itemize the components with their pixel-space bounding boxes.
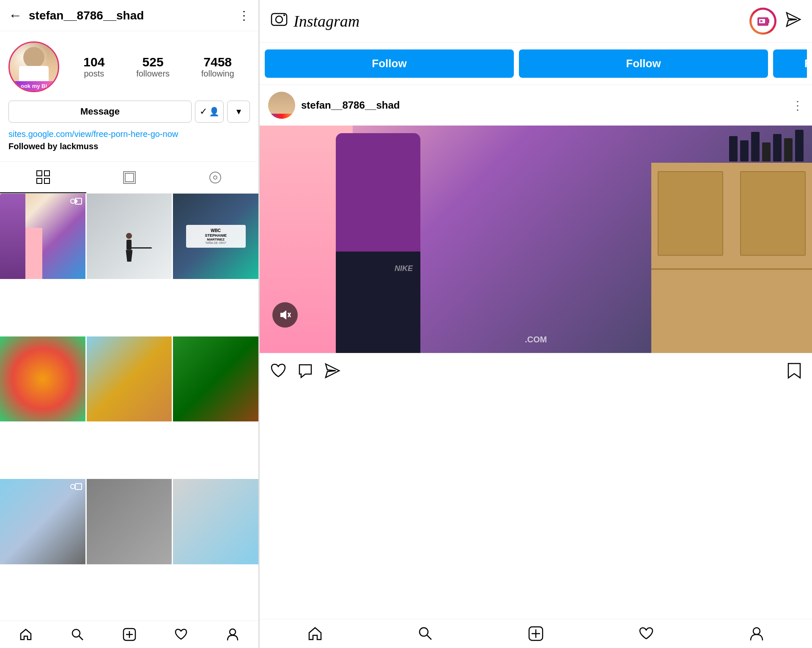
svg-line-13 bbox=[79, 636, 83, 640]
spacer bbox=[260, 392, 812, 619]
svg-point-17 bbox=[230, 629, 236, 635]
grid-cell-9[interactable] bbox=[173, 479, 258, 564]
posts-label: posts bbox=[84, 69, 104, 79]
tab-tagged[interactable] bbox=[172, 162, 258, 193]
right-person-icon bbox=[749, 626, 764, 641]
grid-cell-2[interactable] bbox=[87, 194, 172, 279]
svg-point-12 bbox=[72, 629, 80, 637]
svg-point-8 bbox=[71, 199, 75, 203]
nav-activity[interactable] bbox=[155, 628, 207, 641]
post-actions bbox=[260, 353, 812, 392]
follow-button-2[interactable]: Follow bbox=[519, 49, 768, 78]
mute-icon bbox=[279, 309, 291, 321]
post-username[interactable]: stefan__8786__shad bbox=[301, 99, 792, 111]
posts-grid: WBC STEPHANIE MARTINEZ "NIÑA DE ORO" bbox=[0, 194, 258, 621]
tab-reels[interactable] bbox=[86, 162, 173, 193]
nav-add[interactable] bbox=[103, 628, 155, 641]
right-nav-profile[interactable] bbox=[702, 626, 812, 641]
action-buttons: Message ✓ 👤 ▾ bbox=[8, 101, 250, 123]
dropdown-button[interactable]: ▾ bbox=[227, 101, 250, 123]
follow-button-3[interactable]: Fo bbox=[773, 49, 807, 78]
grid-cell-3[interactable]: WBC STEPHANIE MARTINEZ "NIÑA DE ORO" bbox=[173, 194, 258, 279]
nav-search[interactable] bbox=[52, 628, 103, 641]
save-button[interactable] bbox=[787, 362, 802, 383]
svg-rect-3 bbox=[44, 178, 49, 183]
right-nav-activity[interactable] bbox=[591, 626, 702, 641]
right-nav-add[interactable] bbox=[480, 626, 591, 641]
more-options-button[interactable]: ⋮ bbox=[238, 8, 250, 22]
comment-icon bbox=[297, 362, 314, 379]
right-nav-search[interactable] bbox=[370, 626, 480, 641]
instagram-logo-text: Instagram bbox=[294, 12, 749, 30]
svg-line-29 bbox=[427, 635, 431, 640]
follow-buttons-row: Follow Follow Fo bbox=[260, 43, 812, 85]
heart-outline-icon bbox=[270, 362, 287, 379]
right-panel: Instagram Follow Follow Fo bbox=[260, 0, 812, 648]
left-panel: ← stefan__8786__shad ⋮ ook my Bl 1 bbox=[0, 0, 259, 648]
mute-button[interactable] bbox=[272, 302, 298, 328]
svg-point-19 bbox=[276, 16, 283, 23]
grid-cell-4[interactable] bbox=[0, 336, 85, 422]
nav-home[interactable] bbox=[0, 628, 52, 641]
post-image[interactable]: NIKE .COM bbox=[260, 126, 812, 353]
bio-link[interactable]: sites.google.com/view/free-porn-here-go-… bbox=[8, 129, 250, 139]
chevron-down-icon: ▾ bbox=[236, 106, 241, 117]
grid-cell-8[interactable] bbox=[87, 479, 172, 564]
stats-row: 104 posts 525 followers 7458 following bbox=[68, 55, 250, 79]
message-button[interactable]: Message bbox=[8, 101, 192, 123]
svg-rect-0 bbox=[37, 171, 42, 176]
right-nav-home[interactable] bbox=[260, 626, 370, 641]
tagged-icon bbox=[208, 171, 222, 184]
search-icon bbox=[71, 628, 84, 641]
following-label: following bbox=[201, 69, 234, 79]
tab-grid[interactable] bbox=[0, 162, 86, 193]
right-bottom-nav bbox=[260, 619, 812, 648]
left-header: ← stefan__8786__shad ⋮ bbox=[0, 0, 258, 31]
posts-count: 104 bbox=[83, 55, 104, 69]
like-button[interactable] bbox=[270, 362, 287, 383]
video-indicator bbox=[70, 197, 82, 208]
svg-point-20 bbox=[283, 14, 285, 16]
follow-button-1[interactable]: Follow bbox=[265, 49, 514, 78]
right-header: Instagram bbox=[260, 0, 812, 43]
posts-stat[interactable]: 104 posts bbox=[83, 55, 104, 79]
avatar[interactable]: ook my Bl bbox=[8, 41, 59, 92]
send-message-icon[interactable] bbox=[785, 11, 802, 32]
followers-stat[interactable]: 525 followers bbox=[136, 55, 170, 79]
nav-profile[interactable] bbox=[207, 628, 258, 641]
right-heart-icon bbox=[639, 626, 654, 641]
following-stat[interactable]: 7458 following bbox=[201, 55, 234, 79]
grid-cell-5[interactable] bbox=[87, 336, 172, 422]
share-button[interactable] bbox=[324, 362, 341, 383]
svg-rect-5 bbox=[125, 173, 134, 182]
following-check-button[interactable]: ✓ 👤 bbox=[195, 101, 224, 123]
svg-point-6 bbox=[210, 172, 221, 183]
watermark-text: .COM bbox=[525, 335, 547, 345]
video-indicator-2 bbox=[70, 482, 82, 493]
profile-top: ook my Bl 104 posts 525 followers 7458 f… bbox=[8, 41, 250, 92]
avatar-label: ook my Bl bbox=[10, 81, 58, 91]
bookmark-icon bbox=[787, 362, 802, 380]
followers-count: 525 bbox=[143, 55, 164, 69]
camera-icon bbox=[270, 10, 288, 33]
back-button[interactable]: ← bbox=[8, 8, 22, 23]
post-more-options[interactable]: ⋮ bbox=[792, 98, 804, 112]
profile-username-header: stefan__8786__shad bbox=[29, 9, 238, 22]
person-icon bbox=[226, 628, 239, 641]
share-icon bbox=[324, 362, 341, 379]
followed-by: Followed by lackmuss bbox=[8, 142, 250, 151]
right-home-icon bbox=[307, 626, 323, 641]
igtv-icon bbox=[752, 10, 774, 33]
grid-cell-6[interactable] bbox=[173, 336, 258, 422]
svg-marker-25 bbox=[280, 310, 286, 320]
svg-point-28 bbox=[420, 628, 428, 636]
grid-cell-7[interactable] bbox=[0, 479, 85, 564]
comment-button[interactable] bbox=[297, 362, 314, 383]
right-add-icon bbox=[528, 626, 543, 641]
igtv-button[interactable] bbox=[749, 8, 776, 35]
reels-icon bbox=[123, 171, 136, 184]
post-avatar[interactable] bbox=[268, 92, 295, 119]
grid-cell-1[interactable] bbox=[0, 194, 85, 279]
svg-point-10 bbox=[71, 484, 75, 489]
instagram-camera-icon bbox=[270, 10, 288, 29]
